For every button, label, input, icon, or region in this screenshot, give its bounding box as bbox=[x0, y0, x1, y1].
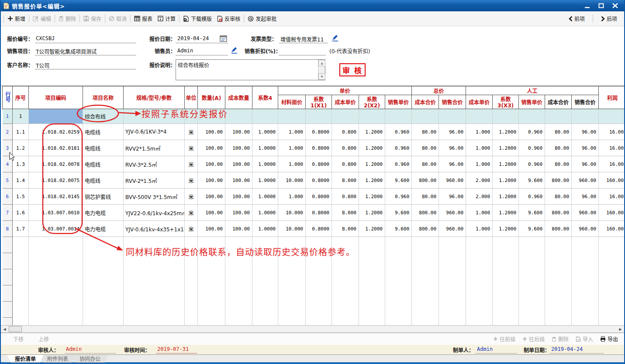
cell-value[interactable]: 96.00 bbox=[572, 189, 599, 205]
cell-value[interactable]: 1.0000 bbox=[252, 140, 278, 156]
cell-value[interactable]: 0.960 bbox=[519, 156, 545, 172]
cell-unit[interactable]: 米 bbox=[185, 205, 198, 221]
cell-value[interactable]: 960.00 bbox=[439, 205, 466, 221]
cell-name[interactable]: 电缆线 bbox=[83, 140, 124, 156]
cell-value[interactable]: 16.00 bbox=[599, 156, 624, 172]
table-row[interactable]: 41.31.018.02.0078电缆线RVV-3*2.5㎡米100.00100… bbox=[3, 156, 625, 172]
calculate-button[interactable]: 计算 bbox=[155, 14, 178, 24]
cell-value[interactable] bbox=[412, 109, 439, 124]
cell-value[interactable]: 800.00 bbox=[412, 172, 439, 189]
calendar-icon[interactable] bbox=[220, 35, 227, 42]
cell-value[interactable]: 800.00 bbox=[545, 172, 572, 189]
cell-value[interactable]: 1.000 bbox=[278, 189, 306, 205]
cell-value[interactable]: 100.00 bbox=[198, 140, 225, 156]
horizontal-scrollbar[interactable]: ◀ ▶ bbox=[1, 325, 624, 333]
cell-seq[interactable]: 1.6 bbox=[13, 205, 29, 221]
cell-value[interactable] bbox=[545, 109, 572, 124]
cell-code[interactable]: 1.018.02.0145 bbox=[29, 189, 83, 205]
cell-value[interactable]: 8.000 bbox=[332, 172, 359, 189]
table-row[interactable]: 51.41.018.02.0075电缆线RVV-2*1.5㎡米100.00100… bbox=[3, 172, 625, 189]
customer-field[interactable]: T公司 bbox=[36, 62, 49, 69]
cell-value[interactable]: 0.8000 bbox=[306, 156, 332, 172]
cell-value[interactable]: 0.800 bbox=[332, 189, 359, 205]
cell-value[interactable]: 100.00 bbox=[198, 221, 225, 237]
row-number[interactable]: 8 bbox=[3, 221, 13, 237]
table-row[interactable]: 71.61.03.007.0010电力电缆YJV22-0.6/1kv-4x25m… bbox=[3, 205, 625, 221]
cell-value[interactable]: 16.00 bbox=[599, 124, 624, 140]
cell-spec[interactable] bbox=[124, 109, 185, 124]
cell-value[interactable]: 1.000 bbox=[278, 156, 306, 172]
memo-textarea[interactable]: 综合布线报价 ▲ ▼ bbox=[176, 59, 325, 80]
cell-value[interactable]: 0.800 bbox=[332, 124, 359, 140]
cell-unit[interactable]: 米 bbox=[185, 189, 198, 205]
cell-value[interactable]: 100.00 bbox=[198, 172, 225, 189]
cell-unit[interactable]: 米 bbox=[185, 172, 198, 189]
cell-value[interactable]: 1.0000 bbox=[252, 189, 278, 205]
tab-1[interactable]: 报价清单 bbox=[7, 355, 44, 363]
cell-name[interactable]: 电缆线 bbox=[83, 172, 124, 189]
cell-value[interactable]: 80.00 bbox=[545, 140, 572, 156]
cell-value[interactable] bbox=[439, 109, 466, 124]
cell-spec[interactable]: YJV-0.6/1KV-3*4 bbox=[124, 124, 185, 140]
cell-value[interactable]: 160.00 bbox=[599, 205, 624, 221]
cell-value[interactable]: 96.00 bbox=[439, 140, 466, 156]
cell-spec[interactable]: BVV-500V 3*1.5m㎡ bbox=[124, 189, 185, 205]
salesman-field[interactable]: Admin bbox=[177, 48, 193, 54]
scroll-up-icon[interactable]: ▲ bbox=[318, 60, 325, 66]
invoice-type-field[interactable]: 增值税专用发票11 bbox=[280, 35, 324, 43]
cell-value[interactable]: 100.00 bbox=[198, 205, 225, 221]
cell-value[interactable]: 160.00 bbox=[599, 221, 624, 237]
cell-unit[interactable]: 米 bbox=[185, 124, 198, 140]
cell-value[interactable]: 1.2000 bbox=[359, 156, 385, 172]
cell-name[interactable]: 电缆线 bbox=[83, 124, 124, 140]
pen-icon[interactable] bbox=[331, 34, 339, 41]
cell-value[interactable]: 8.000 bbox=[332, 205, 359, 221]
cell-seq[interactable]: 1.7 bbox=[13, 221, 29, 237]
cell-code[interactable]: 1.03.007.0014 bbox=[29, 221, 83, 237]
cancel-button[interactable]: 取消 bbox=[106, 14, 129, 24]
cell-name[interactable]: 电力电缆 bbox=[83, 205, 124, 221]
cell-value[interactable]: 1.2000 bbox=[359, 140, 385, 156]
cell-seq[interactable]: 1.3 bbox=[13, 156, 29, 172]
table-row[interactable]: 11综合布线 bbox=[3, 109, 625, 124]
close-button[interactable] bbox=[610, 2, 620, 10]
cell-value[interactable]: 10.000 bbox=[278, 172, 306, 189]
cell-value[interactable]: 960.00 bbox=[439, 221, 466, 237]
tab-3[interactable]: 协同办公 bbox=[72, 355, 108, 363]
cell-spec[interactable]: RVV-3*2.5㎡ bbox=[124, 156, 185, 172]
cell-value[interactable] bbox=[198, 109, 225, 124]
table-row[interactable]: 21.11.018.02.0259电缆线YJV-0.6/1KV-3*4米100.… bbox=[3, 124, 625, 140]
cell-value[interactable]: 1.2000 bbox=[493, 156, 519, 172]
cell-name[interactable]: 电力电缆 bbox=[83, 221, 124, 237]
cell-value[interactable]: 0.800 bbox=[332, 156, 359, 172]
edit-button[interactable]: 编辑 bbox=[30, 14, 54, 24]
cell-value[interactable]: 1.000 bbox=[466, 205, 493, 221]
cell-unit[interactable]: 米 bbox=[185, 156, 198, 172]
cell-name[interactable]: 综合布线 bbox=[83, 109, 124, 124]
cell-value[interactable]: 1.2000 bbox=[359, 205, 385, 221]
export-button[interactable]: 导出 bbox=[600, 335, 618, 343]
cell-spec[interactable]: YJV22-0.6/1kv-4x25m㎡ bbox=[124, 205, 185, 221]
insert-after-button[interactable]: 往后插 bbox=[522, 335, 545, 343]
prev-item-button[interactable]: 前项 bbox=[566, 14, 587, 24]
cell-value[interactable]: 9.600 bbox=[385, 205, 412, 221]
cell-name[interactable]: 铜芯护套线 bbox=[83, 189, 124, 205]
delete-row-button[interactable]: 删除 bbox=[552, 335, 569, 343]
cell-value[interactable]: 80.00 bbox=[545, 124, 572, 140]
cell-value[interactable]: 100.00 bbox=[225, 124, 252, 140]
cell-value[interactable]: 96.00 bbox=[572, 140, 599, 156]
cell-value[interactable]: 1.0000 bbox=[252, 156, 278, 172]
cell-value[interactable]: 0.960 bbox=[519, 140, 545, 156]
cell-value[interactable]: 100.00 bbox=[198, 124, 225, 140]
row-number[interactable]: 7 bbox=[3, 205, 13, 221]
cell-value[interactable]: 96.00 bbox=[572, 156, 599, 172]
cell-seq[interactable]: 1.5 bbox=[13, 189, 29, 205]
cell-value[interactable]: 1.0000 bbox=[252, 172, 278, 189]
new-button[interactable]: 新增 bbox=[5, 14, 28, 24]
cell-spec[interactable]: RVV2*1.5m㎡ bbox=[124, 140, 185, 156]
cell-value[interactable]: 160.00 bbox=[599, 172, 624, 189]
cell-value[interactable]: 16.00 bbox=[599, 189, 624, 205]
cell-value[interactable]: 100.00 bbox=[225, 156, 252, 172]
table-row[interactable]: 81.71.03.007.0014电力电缆YJV-0.6/1kv-4x35+1x… bbox=[3, 221, 625, 237]
cell-value[interactable]: 1.2000 bbox=[493, 140, 519, 156]
